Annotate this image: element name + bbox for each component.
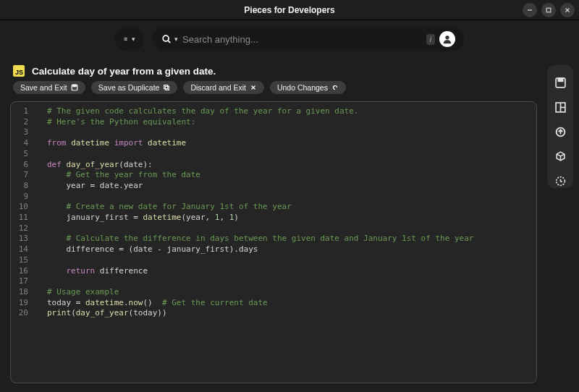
svg-line-11: [168, 41, 170, 43]
line-number: 7: [11, 170, 34, 181]
svg-rect-1: [546, 8, 551, 12]
svg-rect-16: [166, 86, 169, 90]
svg-rect-15: [164, 85, 168, 89]
line-number: 6: [11, 160, 34, 171]
package-button[interactable]: [553, 149, 567, 163]
list-icon: [124, 34, 127, 44]
maximize-button[interactable]: [541, 3, 556, 17]
code-line[interactable]: [47, 127, 536, 138]
line-number: 9: [11, 192, 34, 203]
code-area[interactable]: # The given code calculates the day of t…: [34, 102, 536, 383]
undo-icon: [331, 84, 339, 91]
keyboard-hint: i: [426, 34, 435, 45]
line-number: 17: [11, 276, 34, 287]
code-line[interactable]: # The given code calculates the day of t…: [47, 106, 536, 117]
js-badge-icon: JS: [13, 65, 25, 77]
code-line[interactable]: def day_of_year(date):: [47, 160, 536, 171]
action-chips: Save and Exit Save as Duplicate Discard …: [10, 81, 537, 101]
topbar: ▾ ▾ i: [0, 20, 579, 58]
svg-rect-8: [124, 40, 124, 41]
line-number: 16: [11, 266, 34, 277]
undo-changes-button[interactable]: Undo Changes: [270, 81, 346, 94]
code-line[interactable]: difference = (date - january_first).days: [47, 244, 536, 255]
svg-rect-5: [125, 38, 127, 38]
code-line[interactable]: print(day_of_year(today)): [47, 308, 536, 319]
code-line[interactable]: return difference: [47, 266, 536, 277]
line-number: 1: [11, 106, 34, 117]
share-button[interactable]: [553, 124, 567, 139]
svg-rect-6: [124, 39, 124, 40]
line-gutter: 1234567891011121314151617181920: [11, 102, 34, 383]
discard-icon: [250, 84, 257, 91]
code-line[interactable]: year = date.year: [47, 181, 536, 192]
chip-label: Save and Exit: [20, 83, 67, 92]
line-number: 18: [11, 287, 34, 298]
save-and-exit-button[interactable]: Save and Exit: [13, 81, 85, 94]
line-number: 19: [11, 298, 34, 309]
line-number: 15: [11, 255, 34, 266]
code-line[interactable]: # Get the year from the date: [47, 170, 536, 181]
line-number: 20: [11, 308, 34, 319]
code-line[interactable]: # Calculate the difference in days betwe…: [47, 234, 536, 244]
snippet-header: JS Calculate day of year from a given da…: [10, 58, 537, 81]
code-line[interactable]: january_first = datetime(year, 1, 1): [47, 213, 536, 223]
code-line[interactable]: # Create a new date for January 1st of t…: [47, 202, 536, 213]
svg-rect-7: [125, 39, 127, 40]
minimize-icon: [526, 7, 533, 14]
code-line[interactable]: [47, 192, 536, 203]
discard-and-exit-button[interactable]: Discard and Exit: [183, 81, 263, 94]
code-line[interactable]: from datetime import datetime: [47, 138, 536, 149]
svg-point-12: [445, 35, 449, 39]
minimize-button[interactable]: [523, 3, 537, 17]
code-line[interactable]: # Here's the Python equivalent:: [47, 117, 536, 128]
line-number: 11: [11, 213, 34, 223]
code-line[interactable]: [47, 276, 536, 287]
layout-icon: [554, 101, 567, 114]
svg-rect-14: [73, 85, 76, 87]
account-button[interactable]: [439, 31, 455, 47]
list-view-button[interactable]: ▾: [115, 27, 144, 51]
code-line[interactable]: today = datetime.now() # Get the current…: [47, 298, 536, 309]
search-icon: [161, 34, 172, 44]
maximize-icon: [545, 7, 552, 14]
line-number: 3: [11, 127, 34, 138]
search-bar[interactable]: ▾ i: [153, 27, 464, 51]
line-number: 4: [11, 138, 34, 149]
line-number: 2: [11, 117, 34, 128]
save-icon: [71, 84, 78, 91]
window-controls: [523, 3, 575, 17]
package-icon: [554, 150, 567, 163]
line-number: 12: [11, 223, 34, 234]
svg-rect-9: [125, 40, 127, 41]
right-rail: [547, 65, 573, 188]
code-line[interactable]: [47, 149, 536, 160]
search-input[interactable]: [182, 34, 422, 45]
code-line[interactable]: [47, 255, 536, 266]
code-line[interactable]: [47, 223, 536, 234]
svg-point-10: [163, 35, 169, 41]
line-number: 10: [11, 202, 34, 213]
chevron-down-icon: ▾: [174, 35, 178, 43]
sync-button[interactable]: [553, 174, 567, 188]
save-as-duplicate-button[interactable]: Save as Duplicate: [91, 81, 178, 94]
chip-label: Undo Changes: [277, 83, 328, 92]
share-icon: [554, 126, 567, 138]
save-button[interactable]: [553, 75, 567, 90]
duplicate-icon: [163, 84, 170, 91]
line-number: 14: [11, 244, 34, 255]
app-title: Pieces for Developers: [244, 5, 334, 15]
svg-rect-4: [124, 38, 124, 38]
chevron-down-icon: ▾: [132, 35, 135, 43]
code-line[interactable]: # Usage example: [47, 287, 536, 298]
svg-rect-20: [558, 78, 562, 81]
search-mode-button[interactable]: ▾: [161, 34, 178, 44]
line-number: 5: [11, 149, 34, 160]
code-editor[interactable]: 1234567891011121314151617181920 # The gi…: [10, 101, 537, 383]
line-number: 8: [11, 181, 34, 192]
close-icon: [564, 7, 571, 14]
sync-icon: [554, 175, 567, 187]
close-button[interactable]: [560, 3, 575, 17]
line-number: 13: [11, 234, 34, 244]
content-panel: JS Calculate day of year from a given da…: [0, 58, 547, 392]
layout-button[interactable]: [553, 100, 567, 114]
